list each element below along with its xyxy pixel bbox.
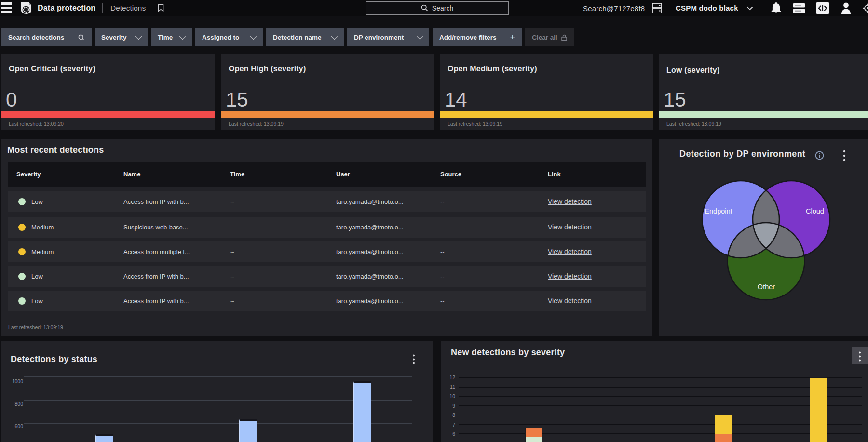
svg-text:Endpoint: Endpoint [705,207,732,215]
svg-text:Other: Other [758,283,775,291]
svg-text:Cloud: Cloud [806,207,824,215]
